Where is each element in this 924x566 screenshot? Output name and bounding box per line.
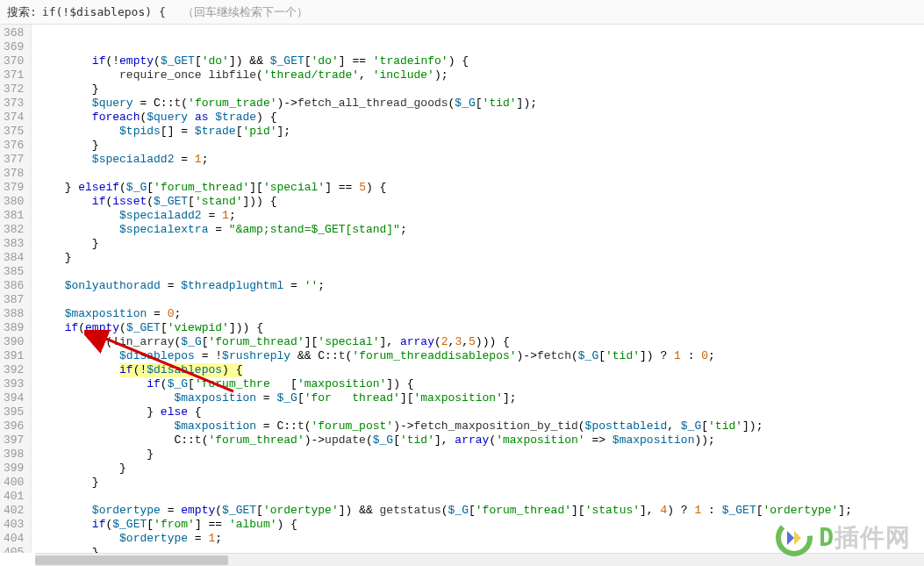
code-line[interactable]: if(!empty($_GET['do']) && $_GET['do'] ==… xyxy=(37,54,924,68)
line-number: 400 xyxy=(4,476,24,490)
code-line[interactable]: $specialextra = "&amp;stand=$_GET[stand]… xyxy=(37,223,924,237)
line-number: 380 xyxy=(4,195,24,209)
line-number: 379 xyxy=(4,181,24,195)
code-content[interactable]: if(!empty($_GET['do']) && $_GET['do'] ==… xyxy=(32,25,924,553)
code-line[interactable] xyxy=(37,265,924,279)
line-number: 393 xyxy=(4,377,24,391)
line-number: 384 xyxy=(4,251,24,265)
search-label: 搜索: xyxy=(7,4,37,20)
line-number: 388 xyxy=(4,307,24,321)
line-number: 391 xyxy=(4,349,24,363)
line-number: 404 xyxy=(4,532,24,546)
code-line[interactable]: } xyxy=(37,462,924,476)
code-editor[interactable]: 3683693703713723733743753763773783793803… xyxy=(0,25,924,553)
line-number: 392 xyxy=(4,363,24,377)
watermark-text: D插件网 xyxy=(819,521,911,555)
line-number: 377 xyxy=(4,153,24,167)
search-bar: 搜索: （回车继续检索下一个） xyxy=(0,0,924,25)
code-line[interactable] xyxy=(37,490,924,504)
code-line[interactable]: } xyxy=(37,251,924,265)
search-input[interactable] xyxy=(42,5,174,18)
watermark: D插件网 xyxy=(775,519,911,557)
line-number: 386 xyxy=(4,279,24,293)
code-line[interactable]: } xyxy=(37,82,924,97)
line-number: 396 xyxy=(4,419,24,433)
code-line[interactable]: if(isset($_GET['stand'])) { xyxy=(37,195,924,209)
line-number: 398 xyxy=(4,448,24,462)
code-line[interactable]: if($_G['forum_thre ['maxposition']) { xyxy=(37,377,924,391)
line-number: 402 xyxy=(4,504,24,518)
code-line[interactable]: if(!in_array($_G['forum_thread']['specia… xyxy=(37,335,924,349)
code-line[interactable]: $maxposition = $_G['for thread']['maxpos… xyxy=(37,391,924,405)
line-number: 389 xyxy=(4,321,24,335)
code-line[interactable]: $specialadd2 = 1; xyxy=(37,209,924,223)
line-number: 403 xyxy=(4,518,24,532)
code-line[interactable]: require_once libfile('thread/trade', 'in… xyxy=(37,68,924,82)
line-number: 405 xyxy=(4,546,24,553)
code-line[interactable]: } else { xyxy=(37,405,924,419)
code-line[interactable]: $tpids[] = $trade['pid']; xyxy=(37,125,924,139)
code-line[interactable] xyxy=(37,293,924,307)
code-line[interactable]: $disablepos = !$rushreply && C::t('forum… xyxy=(37,349,924,363)
search-hint: （回车继续检索下一个） xyxy=(183,4,308,20)
code-line[interactable]: $maxposition = C::t('forum_post')->fetch… xyxy=(37,419,924,433)
line-number: 375 xyxy=(4,125,24,139)
line-number: 368 xyxy=(4,26,24,40)
code-line[interactable]: $specialadd2 = 1; xyxy=(37,153,924,167)
code-line[interactable]: $onlyauthoradd = $threadplughtml = ''; xyxy=(37,279,924,293)
line-number-gutter: 3683693703713723733743753763773783793803… xyxy=(0,25,32,553)
line-number: 387 xyxy=(4,293,24,307)
code-line[interactable]: foreach($query as $trade) { xyxy=(37,111,924,125)
code-line[interactable]: C::t('forum_thread')->update($_G['tid'],… xyxy=(37,433,924,448)
line-number: 383 xyxy=(4,237,24,251)
line-number: 369 xyxy=(4,40,24,54)
scrollbar-thumb[interactable] xyxy=(35,555,228,565)
line-number: 394 xyxy=(4,391,24,405)
code-line[interactable]: } xyxy=(37,237,924,251)
code-line[interactable]: if(empty($_GET['viewpid'])) { xyxy=(37,321,924,335)
line-number: 399 xyxy=(4,462,24,476)
code-line[interactable]: } elseif($_G['forum_thread']['special'] … xyxy=(37,181,924,195)
code-line[interactable]: $query = C::t('forum_trade')->fetch_all_… xyxy=(37,97,924,111)
line-number: 382 xyxy=(4,223,24,237)
line-number: 372 xyxy=(4,82,24,97)
code-line[interactable]: $ordertype = empty($_GET['ordertype']) &… xyxy=(37,504,924,518)
line-number: 378 xyxy=(4,167,24,181)
line-number: 397 xyxy=(4,433,24,448)
search-match-highlight: if(!$disablepos) { xyxy=(119,363,242,377)
line-number: 374 xyxy=(4,111,24,125)
code-line[interactable]: $maxposition = 0; xyxy=(37,307,924,321)
line-number: 376 xyxy=(4,139,24,153)
line-number: 395 xyxy=(4,405,24,419)
code-line[interactable]: } xyxy=(37,139,924,153)
code-line[interactable]: } xyxy=(37,476,924,490)
line-number: 401 xyxy=(4,490,24,504)
line-number: 370 xyxy=(4,54,24,68)
code-line[interactable]: if(!$disablepos) { xyxy=(37,363,924,377)
code-line[interactable]: } xyxy=(37,448,924,462)
code-line[interactable] xyxy=(37,167,924,181)
line-number: 385 xyxy=(4,265,24,279)
watermark-icon xyxy=(775,519,813,557)
line-number: 371 xyxy=(4,68,24,82)
line-number: 390 xyxy=(4,335,24,349)
line-number: 373 xyxy=(4,97,24,111)
line-number: 381 xyxy=(4,209,24,223)
